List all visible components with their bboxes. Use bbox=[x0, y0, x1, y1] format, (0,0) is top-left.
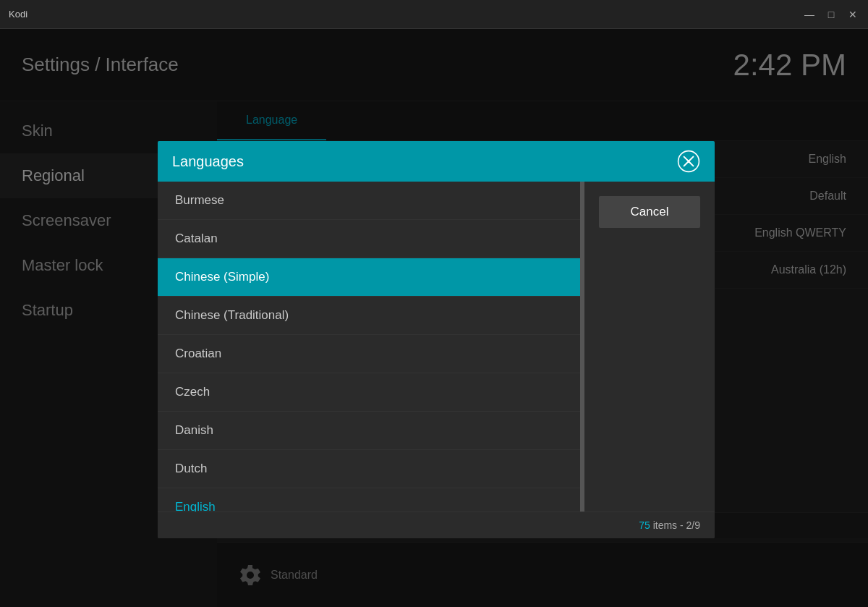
title-bar: Kodi — □ ✕ bbox=[0, 0, 868, 29]
lang-item-burmese[interactable]: Burmese bbox=[158, 182, 580, 220]
languages-dialog: Languages Burmese Catalan Chinese (Simpl… bbox=[158, 141, 715, 538]
lang-item-dutch[interactable]: Dutch bbox=[158, 450, 580, 488]
lang-item-english[interactable]: English bbox=[158, 488, 580, 512]
items-count: 75 bbox=[639, 519, 650, 531]
language-list: Burmese Catalan Chinese (Simple) Chinese… bbox=[158, 182, 584, 512]
lang-item-catalan[interactable]: Catalan bbox=[158, 220, 580, 258]
minimize-button[interactable]: — bbox=[803, 8, 816, 21]
maximize-button[interactable]: □ bbox=[825, 8, 838, 21]
lang-item-chinese-simple[interactable]: Chinese (Simple) bbox=[158, 258, 580, 297]
dialog-actions: Cancel bbox=[584, 182, 715, 512]
app-title: Kodi bbox=[9, 9, 803, 20]
window-controls: — □ ✕ bbox=[803, 8, 859, 21]
app-container: Settings / Interface 2:42 PM Skin Region… bbox=[0, 29, 868, 607]
items-pagination: items - 2/9 bbox=[653, 519, 700, 531]
lang-item-danish[interactable]: Danish bbox=[158, 412, 580, 450]
cancel-button[interactable]: Cancel bbox=[599, 196, 700, 228]
dialog-title: Languages bbox=[172, 153, 244, 170]
lang-item-czech[interactable]: Czech bbox=[158, 373, 580, 412]
close-button[interactable]: ✕ bbox=[846, 8, 859, 21]
lang-item-croatian[interactable]: Croatian bbox=[158, 335, 580, 373]
dialog-body: Burmese Catalan Chinese (Simple) Chinese… bbox=[158, 182, 715, 512]
lang-item-chinese-traditional[interactable]: Chinese (Traditional) bbox=[158, 297, 580, 335]
dialog-footer: 75 items - 2/9 bbox=[158, 512, 715, 538]
kodi-icon bbox=[677, 150, 700, 173]
dialog-header: Languages bbox=[158, 141, 715, 182]
